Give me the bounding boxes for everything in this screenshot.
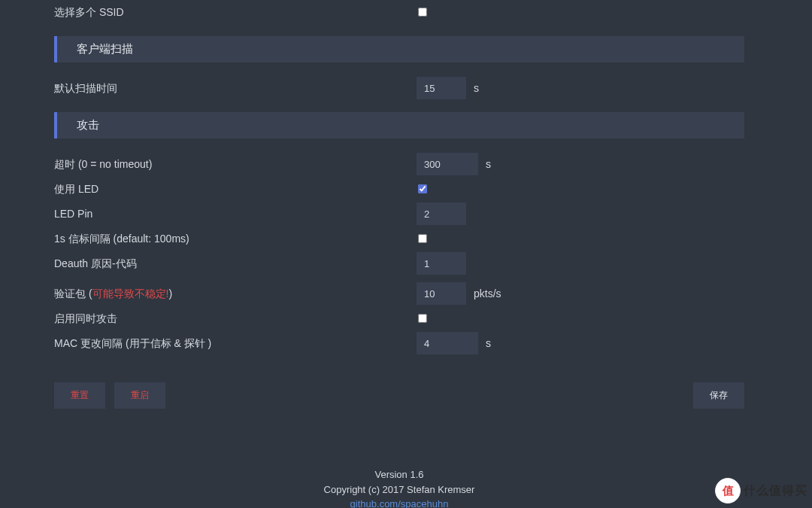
unit-default-scan-time: s	[474, 82, 479, 94]
input-mac-interval[interactable]	[417, 332, 478, 354]
footer-link[interactable]: github.com/spacehuhn	[350, 498, 449, 508]
row-mac-interval: MAC 更改间隔 (用于信标 & 探针 ) s	[54, 331, 744, 355]
label-use-led: 使用 LED	[54, 177, 417, 201]
row-deauth-reason: Deauth 原因-代码	[54, 251, 744, 275]
label-auth-packets-pre: 验证包 (	[54, 287, 92, 300]
label-auth-packets-warn: 可能导致不稳定!	[92, 287, 169, 300]
label-auth-packets: 验证包 (可能导致不稳定!)	[54, 281, 417, 306]
label-ssid-multi: 选择多个 SSID	[54, 0, 417, 24]
checkbox-ssid-multi[interactable]	[418, 8, 427, 17]
label-multi-attack: 启用同时攻击	[54, 306, 417, 330]
label-auth-packets-post: )	[168, 287, 172, 300]
row-multi-attack: 启用同时攻击	[54, 306, 744, 330]
input-default-scan-time[interactable]	[417, 77, 466, 99]
footer-copyright: Copyright (c) 2017 Stefan Kremser	[54, 482, 744, 497]
row-timeout: 超时 (0 = no timeout) s	[54, 152, 744, 176]
checkbox-beacon-interval[interactable]	[418, 234, 427, 243]
input-timeout[interactable]	[417, 153, 478, 175]
label-default-scan-time: 默认扫描时间	[54, 76, 417, 100]
row-beacon-interval: 1s 信标间隔 (default: 100ms)	[54, 227, 744, 251]
input-led-pin[interactable]	[417, 202, 466, 225]
footer: Version 1.6 Copyright (c) 2017 Stefan Kr…	[54, 467, 744, 508]
checkbox-use-led[interactable]	[418, 184, 427, 193]
input-deauth-reason[interactable]	[417, 252, 466, 275]
row-ssid-multi: 选择多个 SSID	[54, 0, 744, 24]
label-deauth-reason: Deauth 原因-代码	[54, 251, 417, 275]
label-mac-interval: MAC 更改间隔 (用于信标 & 探针 )	[54, 331, 417, 355]
row-auth-packets: 验证包 (可能导致不稳定!) pkts/s	[54, 281, 744, 306]
watermark-circle: 值	[715, 478, 741, 503]
reset-button[interactable]: 重置	[54, 382, 105, 409]
watermark-badge: 值 什么值得买	[715, 478, 807, 503]
save-button[interactable]: 保存	[693, 382, 744, 409]
label-led-pin: LED Pin	[54, 202, 417, 226]
row-default-scan-time: 默认扫描时间 s	[54, 76, 744, 100]
unit-timeout: s	[486, 158, 491, 170]
section-attack: 攻击	[54, 112, 744, 138]
section-client-scan: 客户端扫描	[54, 36, 744, 62]
checkbox-multi-attack[interactable]	[418, 314, 427, 323]
label-timeout: 超时 (0 = no timeout)	[54, 152, 417, 176]
input-auth-packets[interactable]	[417, 282, 466, 305]
restart-button[interactable]: 重启	[114, 382, 165, 409]
footer-version: Version 1.6	[54, 467, 744, 482]
row-use-led: 使用 LED	[54, 177, 744, 201]
unit-mac-interval: s	[486, 337, 491, 349]
watermark-text: 什么值得买	[744, 483, 807, 499]
row-led-pin: LED Pin	[54, 202, 744, 226]
unit-auth-packets: pkts/s	[474, 287, 501, 300]
label-beacon-interval: 1s 信标间隔 (default: 100ms)	[54, 227, 417, 251]
button-row: 重置 重启 保存	[54, 382, 744, 409]
